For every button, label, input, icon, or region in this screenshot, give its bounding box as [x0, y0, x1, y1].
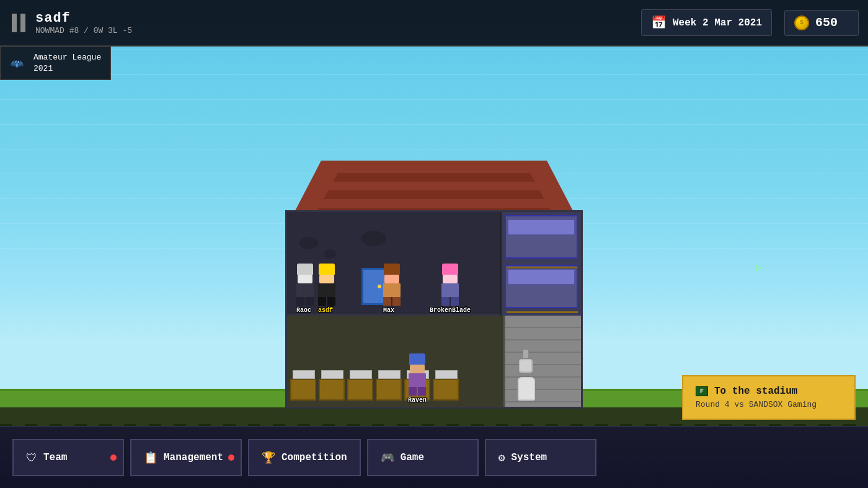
- game-button[interactable]: 🎮 Game: [367, 439, 479, 476]
- char-name-raven: Raven: [408, 397, 427, 404]
- bat-icon: [10, 57, 27, 69]
- building-upper-floor: Raoc asdf: [285, 210, 583, 316]
- league-badge: Amateur League 2021: [0, 47, 111, 80]
- character-brokenblade: BrokenBlade: [430, 264, 471, 314]
- calendar-icon: 📅: [651, 15, 666, 30]
- char-name-brokenblade: BrokenBlade: [430, 307, 471, 314]
- team-icon: 🛡: [26, 451, 37, 464]
- management-button[interactable]: 📋 Management: [130, 439, 242, 476]
- desk-area: [290, 379, 459, 401]
- char-name-raoc: Raoc: [296, 307, 314, 314]
- coin-icon: $: [794, 16, 809, 30]
- char-name-max: Max: [383, 307, 401, 314]
- cursor: ▷: [756, 260, 763, 274]
- league-text: Amateur League 2021: [33, 52, 101, 74]
- character-max: Max: [383, 264, 401, 314]
- shelf-2: [507, 311, 578, 313]
- game-canvas: Raoc asdf: [0, 0, 868, 488]
- team-logo-area: sadf NOWMAD #8 / 0W 3L -5: [9, 7, 132, 38]
- building-door: [361, 268, 386, 305]
- character-raven: Raven: [408, 353, 427, 404]
- top-hud: sadf NOWMAD #8 / 0W 3L -5 📅 Week 2 Mar 2…: [0, 0, 868, 47]
- date-text: Week 2 Mar 2021: [673, 17, 762, 29]
- roof-tiles: [291, 164, 577, 216]
- game-label: Game: [401, 452, 424, 463]
- character-raoc: Raoc: [296, 264, 314, 314]
- stadium-subtitle: Round 4 vs SANDSOX Gaming: [696, 400, 842, 409]
- coin-box: $ 650: [784, 10, 859, 36]
- game-icon: 🎮: [381, 451, 394, 464]
- faucet: [523, 349, 529, 358]
- shelf-1: [507, 267, 578, 268]
- date-box: 📅 Week 2 Mar 2021: [641, 9, 772, 36]
- coin-amount: 650: [815, 16, 838, 30]
- flag-icon: F: [696, 386, 708, 396]
- management-icon: 📋: [144, 451, 157, 464]
- char-name-asdf: asdf: [318, 307, 335, 314]
- team-name: sadf: [35, 11, 132, 26]
- competition-label: Competition: [281, 452, 347, 463]
- top-right-hud: 📅 Week 2 Mar 2021 $ 650: [641, 9, 859, 36]
- building: Raoc asdf: [285, 161, 583, 409]
- toilet: [518, 377, 535, 401]
- bottom-nav: 🛡 Team 📋 Management 🏆 Competition 🎮 Game…: [0, 426, 868, 488]
- building-lower-floor: Raven: [285, 316, 583, 409]
- sink: [519, 359, 533, 373]
- team-rank: NOWMAD #8 / 0W 3L -5: [35, 26, 132, 35]
- character-asdf: asdf: [318, 264, 335, 314]
- system-button[interactable]: ⚙ System: [485, 439, 596, 476]
- team-notification-dot: [110, 455, 117, 461]
- system-label: System: [511, 452, 547, 463]
- team-logo-icon: [9, 7, 28, 38]
- management-label: Management: [164, 452, 223, 463]
- system-icon: ⚙: [498, 451, 505, 464]
- competition-icon: 🏆: [262, 451, 275, 464]
- team-info: sadf NOWMAD #8 / 0W 3L -5: [35, 11, 132, 35]
- team-button[interactable]: 🛡 Team: [12, 439, 124, 476]
- stadium-notification[interactable]: F To the stadium Round 4 vs SANDSOX Gami…: [682, 375, 856, 420]
- stadium-title: F To the stadium: [696, 386, 842, 397]
- team-label: Team: [43, 452, 67, 463]
- stone-wall: [503, 316, 581, 407]
- competition-button[interactable]: 🏆 Competition: [248, 439, 361, 476]
- management-notification-dot: [228, 455, 234, 461]
